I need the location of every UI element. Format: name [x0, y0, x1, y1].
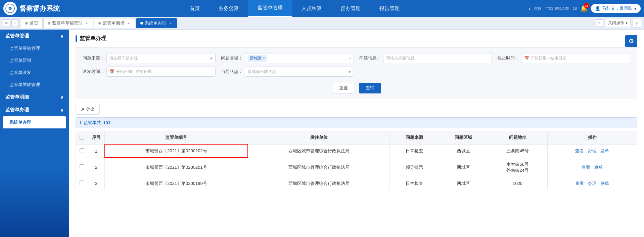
nav-home[interactable]: 首页 — [180, 0, 209, 17]
row-2-checkbox[interactable] — [80, 164, 84, 169]
tab-system-label: 系统单办理 — [145, 20, 167, 26]
filter-status-field: 当前状态： 请选择当前状态 ▾ — [221, 67, 354, 77]
row-3-send[interactable]: 发单 — [600, 181, 609, 186]
nav-supervision[interactable]: 监管单管理 — [248, 0, 292, 17]
tab-home-label: 首页 — [30, 20, 38, 26]
row-1-num: 1 — [88, 144, 105, 158]
row-1-checkbox-cell — [76, 144, 88, 158]
query-button[interactable]: 查询 — [359, 83, 381, 93]
info-placeholder: 请输入问题信息 — [386, 55, 414, 61]
gear-button[interactable]: ⚙ — [625, 35, 637, 47]
select-all-checkbox[interactable] — [80, 135, 84, 140]
sidebar: 监管单管理 ∧ 监管单草稿管理 监管单新增 监管单派发 监管单关联管理 监管单明… — [0, 30, 69, 237]
sidebar-item-draft[interactable]: 监管单草稿管理 — [0, 42, 69, 54]
row-1-send[interactable]: 发单 — [600, 148, 609, 153]
nav-business[interactable]: 业务督察 — [209, 0, 248, 17]
nav-more-icon[interactable]: › — [525, 0, 534, 17]
logo-area: 督 督察督办系统 — [3, 2, 64, 15]
row-3-unit: 西城区城市管理综合行政执法局 — [248, 177, 390, 190]
expand-button[interactable]: ⤢ — [633, 19, 641, 28]
info-prefix: 监管单共 — [84, 120, 101, 126]
tab-dot — [48, 22, 50, 25]
source-select[interactable]: 请选择问题来源 ▾ — [106, 53, 216, 63]
info-input[interactable]: 请输入问题信息 — [383, 53, 492, 63]
filter-source-field: 问题来源： 请选择问题来源 ▾ — [83, 53, 216, 63]
sidebar-section-label: 监管单管理 — [5, 33, 29, 39]
deadline-date-picker[interactable]: 📅 开始日期 - 结束日期 — [521, 53, 630, 63]
reset-button[interactable]: 重置 — [332, 83, 355, 93]
main-layout: 监管单管理 ∧ 监管单草稿管理 监管单新增 监管单派发 监管单关联管理 监管单明… — [0, 30, 644, 237]
sidebar-item-dispatch[interactable]: 监管单派发 — [0, 67, 69, 79]
gear-icon: ⚙ — [629, 37, 634, 45]
sidebar-section-detail-label: 监管单明细 — [5, 94, 29, 100]
row-3-checkbox[interactable] — [80, 181, 84, 185]
region-select[interactable]: 西城区 × ▾ — [245, 53, 354, 63]
tab-new-close[interactable]: × — [126, 21, 131, 26]
tab-new-label: 监管单新增 — [103, 20, 125, 26]
row-2-view[interactable]: 查看 — [582, 165, 590, 170]
filter-form: 问题来源： 请选择问题来源 ▾ 问题区域： 西城区 × — [76, 47, 637, 99]
row-3-code: 市城督西〔2021〕第0200199号 — [105, 177, 248, 190]
header-code: 监管单编号 — [105, 131, 248, 145]
tab-draft-close[interactable]: × — [84, 21, 89, 26]
close-ops-button[interactable]: 关闭操作 ▾ — [605, 19, 631, 27]
info-bar: ℹ 监管单共 103 — [76, 117, 637, 128]
tab-system-close[interactable]: × — [168, 21, 173, 26]
tab-back-button[interactable]: ‹ — [11, 19, 19, 27]
filter-info-field: 问题信息： 请输入问题信息 — [359, 53, 492, 63]
table-body: 1 市城督西〔2021〕第0200202号 西城区城市管理综合行政执法局 日常检… — [76, 144, 637, 190]
row-1-process[interactable]: 办理 — [588, 148, 597, 153]
dispatch-placeholder: 开始日期 - 结束日期 — [116, 69, 152, 75]
nav-report[interactable]: 报告管理 — [370, 0, 409, 17]
chevron-down-icon: ▾ — [626, 21, 628, 26]
filter-row-2: 派发时间： 📅 开始日期 - 结束日期 当前状态： 请选择当前状态 ▾ — [83, 67, 630, 77]
status-select[interactable]: 请选择当前状态 ▾ — [245, 67, 354, 77]
row-3-process[interactable]: 办理 — [588, 181, 597, 186]
export-button[interactable]: ↗ 导出 — [76, 104, 100, 115]
sidebar-section-detail[interactable]: 监管单明细 ∨ — [0, 91, 69, 104]
row-1-unit: 西城区城市管理综合行政执法局 — [248, 144, 390, 158]
tab-right-controls: » 关闭操作 ▾ ⤢ — [596, 19, 641, 28]
tab-controls: ≡ ‹ — [3, 19, 19, 27]
tab-system[interactable]: 系统单办理 × — [136, 18, 177, 28]
tab-draft[interactable]: 监管单草稿管理 × — [43, 18, 93, 28]
row-1-code: 市城督西〔2021〕第0200202号 — [105, 144, 248, 158]
nav-personnel[interactable]: 人员纠察 — [292, 0, 331, 17]
tab-menu-button[interactable]: ≡ — [3, 19, 10, 27]
region-label: 问题区域： — [221, 55, 243, 61]
row-3-checkbox-cell — [76, 177, 88, 190]
export-label: 导出 — [86, 106, 95, 112]
tab-new[interactable]: 监管单新增 × — [94, 18, 135, 28]
source-placeholder: 请选择问题来源 — [109, 55, 138, 61]
nav-office[interactable]: 督办管理 — [331, 0, 370, 17]
sidebar-item-system-process[interactable]: 系统单办理 — [3, 116, 66, 128]
dispatch-date-picker[interactable]: 📅 开始日期 - 结束日期 — [106, 67, 216, 77]
sidebar-section-supervision[interactable]: 监管单管理 ∧ — [0, 30, 69, 42]
tab-dot — [98, 22, 101, 25]
table-row: 2 市城督西〔2021〕第0200201号 西城区城市管理综合行政执法局 领导批… — [76, 158, 637, 177]
region-value: 西城区 — [250, 55, 262, 61]
row-1-view[interactable]: 查看 — [575, 148, 584, 153]
row-2-num: 2 — [88, 158, 105, 177]
sidebar-item-new[interactable]: 监管单新增 — [0, 54, 69, 67]
sidebar-item-associate[interactable]: 监管单关联管理 — [0, 79, 69, 91]
info-count: 103 — [103, 120, 110, 125]
bell-container[interactable]: 🔔 16 — [580, 5, 588, 12]
tab-home[interactable]: 首页 — [21, 18, 43, 28]
sidebar-section-process-label: 监管单办理 — [5, 107, 29, 113]
row-1-checkbox[interactable] — [80, 148, 84, 153]
top-right-area: 总数：7753 在线人数：16 🔔 16 👤 马红义，督察队 ▾ — [534, 4, 641, 13]
sidebar-section-process[interactable]: 监管单办理 ∧ — [0, 104, 69, 116]
row-3-view[interactable]: 查看 — [575, 181, 584, 186]
row-1-source: 日常检查 — [390, 144, 439, 158]
filter-region-field: 问题区域： 西城区 × ▾ — [221, 53, 354, 63]
tab-more-button[interactable]: » — [596, 19, 603, 27]
region-tag-close[interactable]: × — [263, 56, 265, 60]
row-2-send[interactable]: 发单 — [594, 165, 603, 170]
user-button[interactable]: 👤 马红义，督察队 ▾ — [591, 4, 641, 13]
tabs-list: 首页 监管单草稿管理 × 监管单新增 × 系统单办理 × — [21, 18, 592, 28]
close-ops-label: 关闭操作 — [608, 20, 624, 26]
tab-draft-label: 监管单草稿管理 — [52, 20, 83, 26]
title-accent — [76, 35, 77, 42]
chevron-up-icon: ∧ — [60, 33, 63, 39]
